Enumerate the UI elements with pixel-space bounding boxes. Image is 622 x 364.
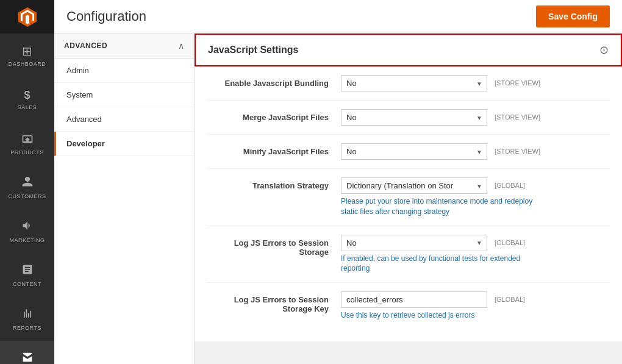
log-errors-key-note: Use this key to retrieve collected js er… (341, 310, 525, 321)
sales-icon: $ (24, 89, 30, 102)
sidebar-item-marketing-label: MARKETING (9, 237, 45, 243)
magento-logo-icon (16, 6, 38, 28)
js-settings-header: JavaScript Settings ⊙ (195, 34, 622, 66)
log-errors-note: If enabled, can be used by functional te… (341, 254, 536, 274)
translation-strategy-input-scope: Dictionary (Translation on Stor Embedded… (341, 177, 536, 194)
sidebar-item-marketing[interactable]: MARKETING (0, 209, 54, 253)
sidebar-item-content-label: CONTENT (13, 281, 41, 287)
section-collapse-icon[interactable]: ⊙ (599, 43, 609, 57)
log-errors-select-wrapper: No Yes (341, 235, 487, 251)
chevron-up-icon: ∧ (178, 41, 184, 51)
log-errors-key-group: collected_errors [GLOBAL] Use this key t… (341, 291, 525, 321)
form-row-enable-bundling: Enable Javascript Bundling No Yes [STORE… (207, 66, 610, 101)
log-errors-key-input-scope: collected_errors [GLOBAL] (341, 291, 525, 308)
section-title: ADVANCED (64, 41, 107, 50)
log-errors-input-scope: No Yes [GLOBAL] (341, 235, 536, 251)
stores-icon (21, 351, 34, 365)
left-panel: ADVANCED ∧ Admin System Advanced Develop… (54, 34, 195, 364)
advanced-section-header[interactable]: ADVANCED ∧ (54, 34, 194, 59)
reports-icon (21, 307, 34, 323)
translation-strategy-control: Dictionary (Translation on Stor Embedded… (341, 177, 610, 217)
right-panel: JavaScript Settings ⊙ Enable Javascript … (195, 34, 622, 364)
form-row-log-errors-key: Log JS Errors to Session Storage Key col… (207, 283, 610, 329)
minify-files-scope: [STORE VIEW] (495, 143, 540, 155)
sidebar-item-customers-label: CUSTOMERS (9, 193, 46, 199)
log-errors-control: No Yes [GLOBAL] If enabled, can be used … (341, 235, 610, 274)
sidebar-item-content[interactable]: CONTENT (0, 253, 54, 297)
sidebar-item-products[interactable]: PRODUCTS (0, 121, 54, 165)
main-content: Configuration Save Config ADVANCED ∧ Adm… (54, 0, 622, 364)
customers-icon (21, 176, 34, 191)
log-errors-key-input[interactable]: collected_errors (341, 291, 487, 308)
minify-files-select[interactable]: No Yes (341, 143, 487, 160)
sidebar-item-reports-label: REPORTS (13, 325, 41, 331)
minify-files-select-wrapper: No Yes (341, 143, 487, 160)
products-icon (21, 132, 34, 147)
sidebar-logo (0, 0, 54, 34)
form-row-log-errors: Log JS Errors to Session Storage No Yes (207, 226, 610, 284)
save-config-button[interactable]: Save Config (536, 5, 610, 27)
minify-files-label: Minify JavaScript Files (207, 143, 341, 156)
log-errors-key-control: collected_errors [GLOBAL] Use this key t… (341, 291, 610, 321)
merge-files-label: Merge JavaScript Files (207, 109, 341, 122)
enable-bundling-input-scope: No Yes [STORE VIEW] (341, 75, 540, 91)
content-icon (21, 263, 34, 279)
sidebar-item-products-label: PRODUCTS (10, 149, 44, 155)
page-header: Configuration Save Config (54, 0, 622, 34)
merge-files-scope: [STORE VIEW] (495, 109, 540, 121)
sidebar: ⊞ DASHBOARD $ SALES PRODUCTS CUSTOMERS M… (0, 0, 54, 364)
log-errors-scope: [GLOBAL] (495, 235, 525, 246)
minify-files-input-scope: No Yes [STORE VIEW] (341, 143, 540, 160)
sidebar-item-dashboard[interactable]: ⊞ DASHBOARD (0, 34, 54, 77)
sidebar-item-stores[interactable]: STORES (0, 341, 54, 364)
form-row-translation-strategy: Translation Strategy Dictionary (Transla… (207, 169, 610, 226)
enable-bundling-scope: [STORE VIEW] (495, 75, 540, 87)
translation-strategy-note: Please put your store into maintenance m… (341, 196, 536, 217)
content-area: ADVANCED ∧ Admin System Advanced Develop… (54, 34, 622, 364)
sidebar-item-dashboard-label: DASHBOARD (9, 61, 46, 67)
merge-files-select-wrapper: No Yes (341, 109, 487, 126)
form-area: Enable Javascript Bundling No Yes [STORE… (195, 66, 622, 341)
translation-strategy-select[interactable]: Dictionary (Translation on Stor Embedded… (341, 177, 487, 194)
marketing-icon (21, 219, 34, 235)
translation-strategy-select-wrapper: Dictionary (Translation on Stor Embedded… (341, 177, 487, 194)
sidebar-item-sales-label: SALES (18, 104, 37, 110)
form-row-minify-files: Minify JavaScript Files No Yes [STORE VI… (207, 135, 610, 169)
translation-strategy-label: Translation Strategy (207, 177, 341, 190)
dashboard-icon: ⊞ (22, 44, 32, 59)
enable-bundling-label: Enable Javascript Bundling (207, 75, 341, 88)
minify-files-control: No Yes [STORE VIEW] (341, 143, 610, 160)
log-errors-label: Log JS Errors to Session Storage (207, 235, 341, 257)
nav-item-system[interactable]: System (54, 83, 194, 107)
log-errors-key-scope: [GLOBAL] (495, 291, 525, 303)
log-errors-group: No Yes [GLOBAL] If enabled, can be used … (341, 235, 536, 274)
log-errors-select[interactable]: No Yes (341, 235, 487, 251)
translation-strategy-scope: [GLOBAL] (495, 177, 525, 189)
translation-strategy-group: Dictionary (Translation on Stor Embedded… (341, 177, 536, 217)
sidebar-item-sales[interactable]: $ SALES (0, 77, 54, 121)
enable-bundling-select-wrapper: No Yes (341, 75, 487, 91)
merge-files-control: No Yes [STORE VIEW] (341, 109, 610, 126)
log-errors-key-label: Log JS Errors to Session Storage Key (207, 291, 341, 313)
section-card-title: JavaScript Settings (208, 45, 299, 55)
sidebar-item-customers[interactable]: CUSTOMERS (0, 165, 54, 209)
enable-bundling-select[interactable]: No Yes (341, 75, 487, 91)
sidebar-item-reports[interactable]: REPORTS (0, 297, 54, 341)
page-title: Configuration (66, 9, 146, 24)
form-row-merge-files: Merge JavaScript Files No Yes [STORE VIE… (207, 101, 610, 135)
nav-item-advanced[interactable]: Advanced (54, 107, 194, 132)
nav-item-admin[interactable]: Admin (54, 59, 194, 83)
enable-bundling-control: No Yes [STORE VIEW] (341, 75, 610, 91)
merge-files-input-scope: No Yes [STORE VIEW] (341, 109, 540, 126)
js-settings-card: JavaScript Settings ⊙ Enable Javascript … (195, 34, 622, 341)
nav-item-developer[interactable]: Developer (54, 132, 194, 156)
merge-files-select[interactable]: No Yes (341, 109, 487, 126)
